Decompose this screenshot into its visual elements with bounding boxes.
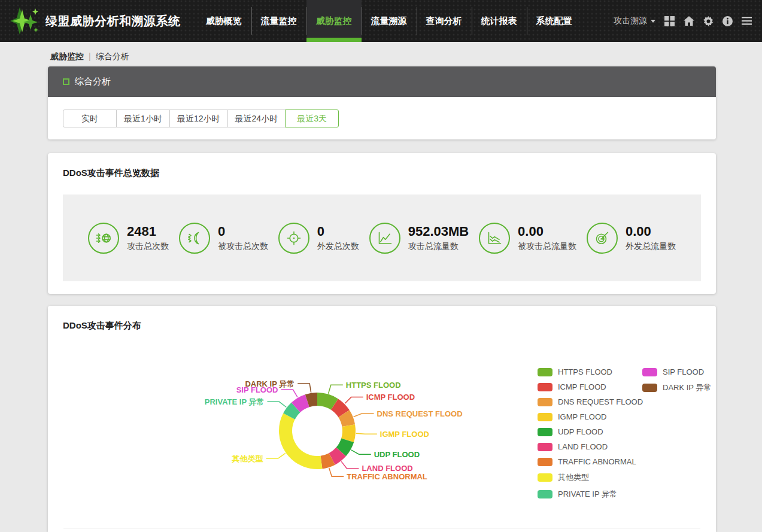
- donut-label-udp-flood: UDP FLOOD: [374, 450, 420, 459]
- ddos-distribution-card: DDoS攻击事件分布 HTTPS FLOODICMP FLOODDNS REQU…: [48, 306, 716, 532]
- stat-text: 952.03MB攻击总流量数: [408, 224, 469, 252]
- attacked-count-icon: [179, 223, 210, 254]
- donut-label-line: [351, 450, 371, 454]
- brand-title: 绿盟威胁分析和溯源系统: [45, 13, 181, 29]
- stats-strip: 2481攻击总次数 0被攻击总次数 0外发总次数 952.03MB攻击总流量数 …: [63, 194, 701, 281]
- info-icon[interactable]: [722, 16, 733, 26]
- brand-logo-icon: [8, 6, 40, 36]
- breadcrumb-item-1[interactable]: 威胁监控: [50, 51, 84, 61]
- legend-item-land-flood[interactable]: LAND FLOOD: [538, 442, 635, 451]
- legend-item-icmp-flood[interactable]: ICMP FLOOD: [538, 382, 635, 391]
- nav-tab-7[interactable]: 系统配置: [527, 0, 582, 42]
- donut-label-line: [329, 468, 344, 476]
- home-icon[interactable]: [684, 16, 694, 26]
- nav-tab-5[interactable]: 查询分析: [417, 0, 472, 42]
- legend-label: PRIVATE IP 异常: [558, 489, 617, 500]
- panel-square-icon: [63, 78, 69, 85]
- donut-label-line: [267, 402, 286, 407]
- legend-label: 其他类型: [558, 472, 589, 483]
- section-divider: [63, 528, 700, 528]
- top-nav: 绿盟威胁分析和溯源系统 威胁概览流量监控威胁监控流量溯源查询分析统计报表系统配置…: [0, 0, 762, 42]
- outbound-traffic-icon: [587, 223, 618, 254]
- grid-icon[interactable]: [664, 16, 675, 26]
- legend-item-igmp-flood[interactable]: IGMP FLOOD: [538, 412, 635, 421]
- legend-item-private-ip[interactable]: PRIVATE IP 异常: [538, 489, 635, 500]
- attacked-traffic-icon: [479, 223, 510, 254]
- donut-label-line: [341, 461, 359, 469]
- donut-label-slice-7: 其他类型: [232, 454, 263, 463]
- stat-text: 0外发总次数: [317, 224, 359, 252]
- stat-label: 外发总次数: [317, 241, 359, 252]
- donut-slice-slice-7[interactable]: [279, 414, 322, 469]
- stat-value: 0: [317, 224, 359, 239]
- legend-label: DARK IP 异常: [663, 382, 711, 393]
- time-filter-option-3[interactable]: 最近12小时: [169, 110, 228, 127]
- menu-icon[interactable]: [742, 17, 752, 25]
- time-filter-option-1[interactable]: 实时: [63, 110, 117, 127]
- nav-tab-1[interactable]: 威胁概览: [196, 0, 251, 42]
- attack-trace-dropdown-label: 攻击溯源: [614, 16, 647, 26]
- legend-label: SIP FLOOD: [663, 367, 704, 376]
- stat-item-6: 0.00外发总流量数: [587, 223, 676, 254]
- time-filter-option-4[interactable]: 最近24小时: [227, 110, 286, 127]
- stat-text: 0被攻击总次数: [218, 224, 268, 252]
- donut-label-line: [356, 433, 377, 434]
- donut-label-line: [329, 385, 343, 393]
- legend-item-https-flood[interactable]: HTTPS FLOOD: [538, 367, 635, 376]
- time-filter-option-2[interactable]: 最近1小时: [116, 110, 170, 127]
- legend-label: LAND FLOOD: [558, 442, 608, 451]
- legend-label: HTTPS FLOOD: [558, 367, 612, 376]
- stat-item-1: 2481攻击总次数: [88, 223, 169, 254]
- stat-text: 0.00被攻击总流量数: [518, 224, 576, 252]
- nav-tab-6[interactable]: 统计报表: [472, 0, 527, 42]
- donut-label-dns-request-flood: DNS REQUEST FLOOD: [377, 409, 463, 418]
- donut-label-line: [345, 397, 363, 404]
- donut-label-igmp-flood: IGMP FLOOD: [380, 430, 429, 439]
- stat-text: 0.00外发总流量数: [626, 224, 676, 252]
- donut-label-traffic-abnormal: TRAFFIC ABNORMAL: [347, 472, 427, 481]
- legend-swatch: [538, 368, 552, 376]
- legend-swatch: [538, 473, 552, 482]
- legend-swatch: [538, 413, 552, 421]
- legend-item-traffic-abnormal[interactable]: TRAFFIC ABNORMAL: [538, 457, 635, 466]
- ddos-overview-card: DDoS攻击事件总览数据 2481攻击总次数 0被攻击总次数 0外发总次数 95…: [48, 153, 716, 294]
- legend-item-dns-request-flood[interactable]: DNS REQUEST FLOOD: [538, 397, 635, 406]
- time-filter-section: 实时最近1小时最近12小时最近24小时最近3天: [48, 97, 716, 139]
- chart-legend: HTTPS FLOODICMP FLOODDNS REQUEST FLOODIG…: [538, 367, 716, 500]
- distribution-title: DDoS攻击事件分布: [63, 320, 701, 332]
- stat-value: 0: [218, 224, 268, 239]
- stat-item-4: 952.03MB攻击总流量数: [369, 223, 469, 254]
- legend-label: DNS REQUEST FLOOD: [558, 397, 643, 406]
- legend-swatch: [538, 383, 552, 391]
- donut-label-https-flood: HTTPS FLOOD: [346, 381, 401, 390]
- legend-item-udp-flood[interactable]: UDP FLOOD: [538, 427, 635, 436]
- attack-traffic-icon: [369, 223, 400, 254]
- stat-item-5: 0.00被攻击总流量数: [479, 223, 576, 254]
- donut-label-line: [354, 414, 374, 417]
- legend-item-slice-7[interactable]: 其他类型: [538, 472, 635, 483]
- nav-tab-4[interactable]: 流量溯源: [362, 0, 417, 42]
- stat-value: 952.03MB: [408, 224, 469, 239]
- legend-item-dark-ip[interactable]: DARK IP 异常: [642, 382, 740, 393]
- breadcrumb-separator: |: [89, 51, 91, 61]
- stat-value: 2481: [127, 224, 169, 239]
- gear-icon[interactable]: [703, 16, 714, 26]
- stat-value: 0.00: [626, 224, 676, 239]
- panel-title: 综合分析: [75, 76, 111, 87]
- nav-tab-3[interactable]: 威胁监控: [306, 0, 362, 42]
- attack-trace-dropdown[interactable]: 攻击溯源: [614, 16, 655, 26]
- donut-label-line: [266, 453, 286, 458]
- donut-label-dark-ip: DARK IP 异常: [245, 379, 295, 388]
- nav-right: 攻击溯源: [614, 0, 762, 42]
- legend-label: ICMP FLOOD: [558, 382, 606, 391]
- legend-label: UDP FLOOD: [558, 427, 603, 436]
- page-content: 综合分析 实时最近1小时最近12小时最近24小时最近3天 DDoS攻击事件总览数…: [48, 66, 716, 532]
- breadcrumb-item-2: 综合分析: [96, 51, 129, 61]
- time-filter-option-5[interactable]: 最近3天: [285, 110, 339, 127]
- legend-swatch: [642, 384, 657, 392]
- main-nav: 威胁概览流量监控威胁监控流量溯源查询分析统计报表系统配置: [196, 0, 582, 42]
- legend-item-sip-flood[interactable]: SIP FLOOD: [642, 367, 740, 376]
- attack-count-icon: [88, 223, 119, 254]
- nav-tab-2[interactable]: 流量监控: [251, 0, 306, 42]
- stat-item-2: 0被攻击总次数: [179, 223, 268, 254]
